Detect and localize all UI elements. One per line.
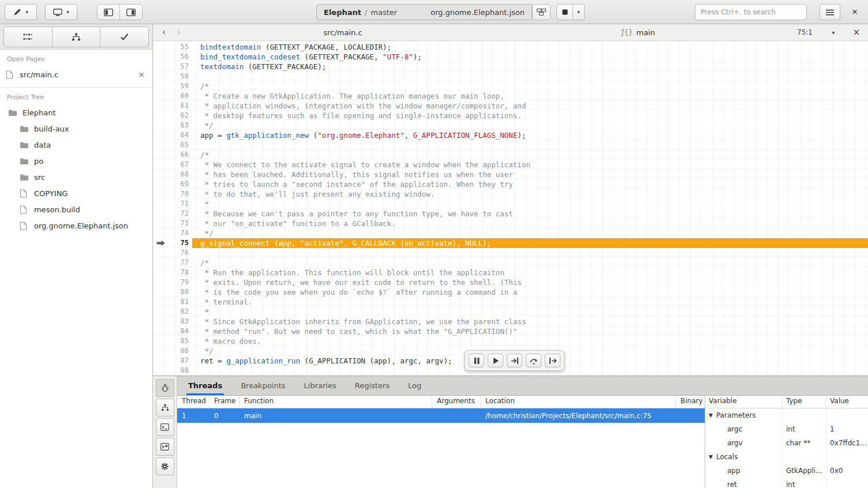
breakpoint-margin[interactable] bbox=[153, 199, 168, 209]
code-line-78[interactable]: 78 * Run the application. This function … bbox=[153, 268, 868, 277]
line-number[interactable]: 79 bbox=[168, 277, 189, 287]
code-line-68[interactable]: 68 * has been lauched. Additionally, thi… bbox=[153, 170, 868, 179]
build-button[interactable] bbox=[532, 4, 551, 20]
tree-item-build-aux[interactable]: build-aux bbox=[0, 121, 152, 137]
code-editor[interactable]: 55bindtextdomain (GETTEXT_PACKAGE, LOCAL… bbox=[153, 41, 868, 376]
variable-group-locals[interactable]: ▼Locals bbox=[705, 450, 868, 464]
omnibar-button[interactable]: Elephant / master org.gnome.Elephant.jso… bbox=[316, 4, 532, 20]
step-out-button[interactable] bbox=[545, 354, 560, 367]
nav-forward-button[interactable]: › bbox=[174, 24, 184, 40]
document-options-dropdown[interactable]: ▾ bbox=[829, 24, 838, 40]
tree-item-org.gnome.Elephant.json[interactable]: org.gnome.Elephant.json bbox=[0, 217, 152, 234]
breakpoint-margin[interactable] bbox=[153, 179, 168, 189]
code-line-83[interactable]: 83 * Since GtkApplication inherits from … bbox=[153, 317, 868, 326]
code-line-69[interactable]: 69 * tries to launch a "second instance"… bbox=[153, 179, 868, 189]
line-number[interactable]: 83 bbox=[168, 317, 189, 326]
code-line-82[interactable]: 82 * bbox=[153, 307, 868, 317]
code-line-65[interactable]: 65 bbox=[153, 140, 868, 150]
breakpoint-margin[interactable] bbox=[153, 91, 168, 101]
panel-tab-breakpoints[interactable]: Breakpoints bbox=[239, 376, 287, 395]
panel-button-runtime-terminal[interactable] bbox=[156, 438, 174, 456]
breakpoint-margin[interactable] bbox=[153, 219, 168, 228]
breakpoint-margin[interactable] bbox=[153, 42, 168, 52]
panel-button-terminal[interactable] bbox=[156, 418, 174, 436]
line-number[interactable]: 74 bbox=[168, 228, 189, 238]
line-number[interactable]: 67 bbox=[168, 160, 189, 170]
breakpoint-margin[interactable] bbox=[153, 258, 168, 268]
breakpoint-margin[interactable] bbox=[153, 287, 168, 297]
line-number[interactable]: 63 bbox=[168, 121, 189, 130]
breakpoint-margin[interactable] bbox=[153, 170, 168, 179]
line-number[interactable]: 72 bbox=[168, 209, 189, 219]
line-number[interactable]: 77 bbox=[168, 258, 189, 268]
line-number[interactable]: 85 bbox=[168, 336, 189, 346]
breakpoint-margin[interactable] bbox=[153, 130, 168, 140]
document-close-button[interactable]: × bbox=[852, 24, 861, 40]
breakpoint-margin[interactable] bbox=[153, 297, 168, 307]
code-line-85[interactable]: 85 * macro does. bbox=[153, 336, 868, 346]
variable-row-app[interactable]: appGtkAppli...0x0 bbox=[705, 464, 868, 478]
line-number[interactable]: 61 bbox=[168, 101, 189, 111]
breakpoint-margin[interactable] bbox=[153, 248, 168, 258]
code-line-67[interactable]: 67 * We connect to the activate signal t… bbox=[153, 160, 868, 170]
code-line-56[interactable]: 56bind_textdomain_codeset (GETTEXT_PACKA… bbox=[153, 52, 868, 62]
tree-item-meson.build[interactable]: meson.build bbox=[0, 201, 152, 217]
pause-button[interactable] bbox=[469, 354, 484, 367]
breakpoint-margin[interactable] bbox=[153, 189, 168, 199]
stop-button[interactable] bbox=[556, 4, 573, 20]
code-line-73[interactable]: 73 * our "on_activate" function to a GCa… bbox=[153, 219, 868, 228]
code-line-61[interactable]: 61 * application windows, integration wi… bbox=[153, 101, 868, 111]
breakpoint-margin[interactable] bbox=[153, 101, 168, 111]
run-options-dropdown[interactable]: ▾ bbox=[573, 4, 585, 20]
breakpoint-margin[interactable] bbox=[153, 72, 168, 81]
panel-tab-libraries[interactable]: Libraries bbox=[302, 376, 338, 395]
breakpoint-margin[interactable] bbox=[153, 317, 168, 326]
sidebar-tab-pages[interactable] bbox=[3, 27, 53, 47]
device-dropdown[interactable]: ▾ bbox=[45, 4, 77, 20]
code-line-77[interactable]: 77/* bbox=[153, 258, 868, 268]
breakpoint-margin[interactable] bbox=[153, 111, 168, 121]
line-number[interactable]: 84 bbox=[168, 326, 189, 336]
breakpoint-margin[interactable] bbox=[153, 160, 168, 170]
tree-item-Elephant[interactable]: Elephant bbox=[0, 104, 152, 121]
variable-row-argc[interactable]: argcint1 bbox=[705, 422, 868, 436]
breakpoint-margin[interactable] bbox=[153, 62, 168, 72]
breakpoint-margin[interactable] bbox=[153, 336, 168, 346]
window-close-button[interactable]: × bbox=[847, 4, 862, 20]
line-number[interactable]: 69 bbox=[168, 179, 189, 189]
line-number[interactable]: 56 bbox=[168, 52, 189, 62]
breakpoint-margin[interactable] bbox=[153, 81, 168, 91]
line-number[interactable]: 75 bbox=[168, 238, 189, 248]
symbol-selector-button[interactable]: ƒ{} main bbox=[622, 24, 655, 40]
breakpoint-margin[interactable] bbox=[153, 150, 168, 160]
line-number[interactable]: 80 bbox=[168, 287, 189, 297]
search-input[interactable] bbox=[695, 4, 807, 20]
code-line-84[interactable]: 84 * method "run". But we need to cast, … bbox=[153, 326, 868, 336]
line-number[interactable]: 62 bbox=[168, 111, 189, 121]
line-number[interactable]: 65 bbox=[168, 140, 189, 150]
breakpoint-margin[interactable] bbox=[153, 228, 168, 238]
cursor-position[interactable]: 75:1 bbox=[797, 24, 813, 40]
code-line-64[interactable]: 64app = gtk_application_new ("org.gnome.… bbox=[153, 130, 868, 140]
tree-item-po[interactable]: po bbox=[0, 153, 152, 169]
code-line-70[interactable]: 70 * to do that, we'll just present any … bbox=[153, 189, 868, 199]
toggle-left-panel-button[interactable] bbox=[97, 4, 120, 20]
breakpoint-margin[interactable] bbox=[153, 140, 168, 150]
breakpoint-margin[interactable] bbox=[153, 346, 168, 356]
step-in-button[interactable] bbox=[507, 354, 522, 367]
code-line-57[interactable]: 57textdomain (GETTEXT_PACKAGE); bbox=[153, 62, 868, 72]
breakpoint-margin[interactable] bbox=[153, 209, 168, 219]
breakpoint-margin[interactable] bbox=[153, 268, 168, 277]
breakpoint-margin[interactable] bbox=[153, 356, 168, 366]
line-number[interactable]: 82 bbox=[168, 307, 189, 317]
tree-item-COPYING[interactable]: COPYING bbox=[0, 185, 152, 201]
breakpoint-margin[interactable] bbox=[153, 307, 168, 317]
code-line-63[interactable]: 63 */ bbox=[153, 121, 868, 130]
tree-item-data[interactable]: data bbox=[0, 137, 152, 153]
panel-button-debugger[interactable] bbox=[156, 379, 174, 397]
sidebar-tab-project-tree[interactable] bbox=[52, 27, 101, 47]
close-page-button[interactable]: × bbox=[136, 70, 147, 79]
panel-tab-registers[interactable]: Registers bbox=[353, 376, 391, 395]
line-number[interactable]: 66 bbox=[168, 150, 189, 160]
code-line-60[interactable]: 60 * Create a new GtkApplication. The ap… bbox=[153, 91, 868, 101]
